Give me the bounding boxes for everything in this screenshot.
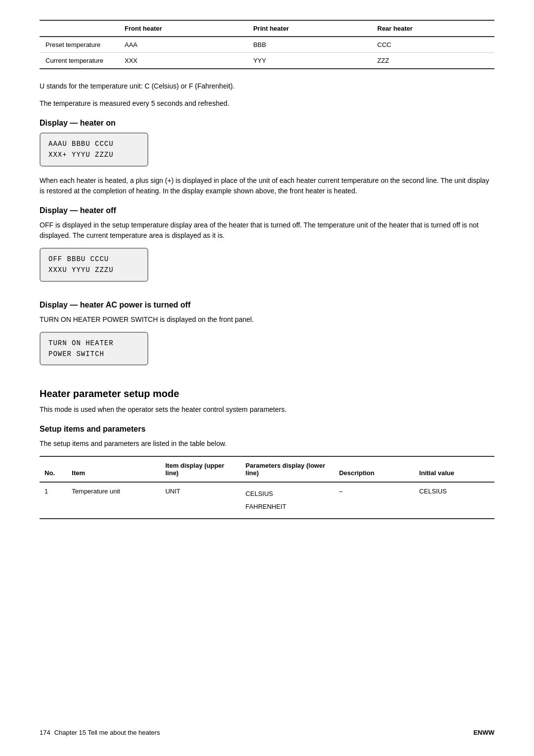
footer-chapter-text: Chapter 15 Tell me about the heaters [54,729,160,736]
para-unit-explanation: U stands for the temperature unit: C (Ce… [40,81,494,91]
current-front: XXX [119,53,247,69]
lcd-line1-heater-on: AAAU BBBU CCCU [48,138,139,149]
heading-display-heater-on: Display — heater on [40,119,494,128]
setup-row-no: 1 [40,482,67,519]
lcd-display-heater-off: OFF BBBU CCCU XXXU YYYU ZZZU [40,248,148,282]
table-header-front-heater: Front heater [119,20,247,37]
setup-header-item: Item [67,456,160,482]
setup-row-initial-value: CELSIUS [414,482,494,519]
lcd-line2-heater-on: XXX+ YYYU ZZZU [48,149,139,160]
para-heater-param-description: This mode is used when the operator sets… [40,404,494,415]
footer-enww: ENWW [473,729,494,736]
setup-items-table: No. Item Item display (upper line) Param… [40,456,494,519]
param-celsius: CELSIUS [246,488,329,500]
preset-rear: CCC [371,37,494,53]
table-header-print-heater: Print heater [247,20,371,37]
temperature-reference-table: Front heater Print heater Rear heater Pr… [40,20,494,69]
preset-front: AAA [119,37,247,53]
preset-print: BBB [247,37,371,53]
page-footer: 174 Chapter 15 Tell me about the heaters… [40,729,494,736]
setup-header-param-display: Parameters display (lower line) [241,456,334,482]
setup-header-initial-value: Initial value [414,456,494,482]
table-header-rear-heater: Rear heater [371,20,494,37]
lcd-line1-heater-ac: TURN ON HEATER [48,338,139,349]
row-label-current: Current temperature [40,53,119,69]
param-fahrenheit: FAHRENHEIT [246,500,329,513]
setup-header-item-display: Item display (upper line) [160,456,240,482]
para-heater-off-description: OFF is displayed in the setup temperatur… [40,220,494,241]
footer-page-number: 174 [40,729,50,736]
para-setup-items-description: The setup items and parameters are liste… [40,439,494,449]
setup-row-param-display: CELSIUS FAHRENHEIT [241,482,334,519]
table-row: Current temperature XXX YYY ZZZ [40,53,494,69]
footer-left: 174 Chapter 15 Tell me about the heaters [40,729,160,736]
lcd-line1-heater-off: OFF BBBU CCCU [48,254,139,265]
setup-header-description: Description [334,456,414,482]
row-label-preset: Preset temperature [40,37,119,53]
setup-header-no: No. [40,456,67,482]
setup-row-item: Temperature unit [67,482,160,519]
heading-heater-param-setup: Heater parameter setup mode [40,388,494,400]
setup-row-item-display: UNIT [160,482,240,519]
current-rear: ZZZ [371,53,494,69]
heading-display-heater-ac: Display — heater AC power is turned off [40,301,494,310]
lcd-display-heater-ac: TURN ON HEATER POWER SWITCH [40,332,148,366]
lcd-line2-heater-ac: POWER SWITCH [48,349,139,359]
current-print: YYY [247,53,371,69]
lcd-line2-heater-off: XXXU YYYU ZZZU [48,265,139,275]
para-refresh-rate: The temperature is measured every 5 seco… [40,98,494,109]
heading-display-heater-off: Display — heater off [40,206,494,215]
para-heater-ac-description: TURN ON HEATER POWER SWITCH is displayed… [40,314,494,325]
setup-table-row: 1 Temperature unit UNIT CELSIUS FAHRENHE… [40,482,494,519]
para-heater-on-description: When each heater is heated, a plus sign … [40,176,494,196]
lcd-display-heater-on: AAAU BBBU CCCU XXX+ YYYU ZZZU [40,133,148,167]
table-header-empty [40,20,119,37]
table-row: Preset temperature AAA BBB CCC [40,37,494,53]
setup-row-description: – [334,482,414,519]
heading-setup-items: Setup items and parameters [40,425,494,434]
